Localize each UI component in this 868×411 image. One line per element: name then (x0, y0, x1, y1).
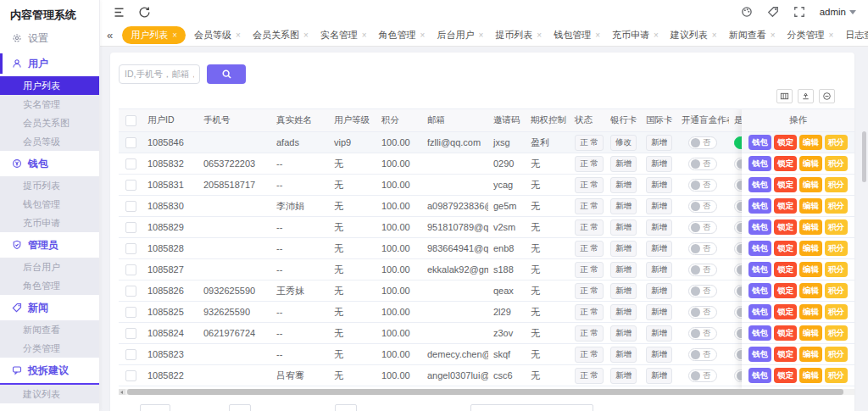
edit-button[interactable]: 编辑 (799, 283, 822, 298)
pagination-box[interactable] (335, 404, 357, 411)
edit-button[interactable]: 编辑 (799, 241, 822, 256)
points-button[interactable]: 积分 (825, 177, 848, 192)
sidebar-group-admins[interactable]: 管理员 (0, 232, 99, 258)
wallet-button[interactable]: 钱包 (748, 283, 771, 298)
wallet-button[interactable]: 钱包 (748, 241, 771, 256)
tab-close-icon[interactable]: × (362, 31, 367, 40)
edit-button[interactable]: 编辑 (799, 304, 822, 319)
lock-button[interactable]: 锁定 (774, 177, 797, 192)
tab-close-icon[interactable]: × (771, 31, 776, 40)
blindbox-toggle[interactable]: 否 (688, 200, 717, 213)
sidebar-group-news[interactable]: 新闻 (0, 295, 99, 320)
points-button[interactable]: 积分 (825, 262, 848, 277)
status-button[interactable]: 正 常 (575, 347, 604, 363)
sidebar-item-realname-manage[interactable]: 实名管理 (0, 95, 99, 114)
bank-card-button[interactable]: 新增 (610, 368, 637, 384)
wallet-button[interactable]: 钱包 (748, 135, 771, 150)
lock-button[interactable]: 锁定 (774, 347, 797, 362)
scroll-left-arrow[interactable] (119, 389, 125, 395)
row-checkbox[interactable] (125, 370, 136, 381)
pagination-box[interactable] (140, 404, 170, 411)
lock-button[interactable]: 锁定 (774, 368, 797, 383)
pagination-box[interactable] (470, 404, 593, 411)
export-icon[interactable] (798, 89, 814, 103)
sidebar-item-deposit-apply[interactable]: 充币申请 (0, 214, 99, 232)
bank-card-button[interactable]: 新增 (610, 262, 637, 278)
sidebar-item-backend-users[interactable]: 后台用户 (0, 258, 99, 276)
tab-close-icon[interactable]: × (654, 31, 659, 40)
row-checkbox[interactable] (125, 328, 136, 339)
intl-card-button[interactable]: 新增 (646, 198, 672, 214)
sidebar-group-wallet[interactable]: 钱包 (0, 151, 99, 176)
status-button[interactable]: 正 常 (575, 304, 604, 320)
intl-card-button[interactable]: 新增 (646, 262, 672, 278)
edit-button[interactable]: 编辑 (799, 325, 822, 341)
row-checkbox[interactable] (125, 307, 136, 318)
bank-card-button[interactable]: 新增 (610, 177, 637, 193)
scrollbar-thumb[interactable] (127, 389, 843, 395)
row-checkbox[interactable] (125, 349, 136, 360)
tab-close-icon[interactable]: × (420, 31, 426, 40)
tab-close-icon[interactable]: × (172, 31, 177, 40)
user-menu[interactable]: admin (820, 7, 856, 17)
status-button[interactable]: 正 常 (575, 156, 604, 172)
search-input[interactable] (119, 64, 200, 84)
lock-button[interactable]: 锁定 (774, 135, 797, 150)
horizontal-scrollbar[interactable] (119, 389, 854, 395)
wallet-button[interactable]: 钱包 (748, 368, 771, 383)
lock-button[interactable]: 锁定 (774, 156, 797, 171)
blindbox-toggle[interactable]: 否 (688, 242, 717, 255)
row-checkbox[interactable] (125, 264, 136, 275)
blindbox-toggle[interactable]: 否 (688, 158, 717, 170)
fullscreen-icon[interactable] (793, 6, 805, 18)
bank-card-button[interactable]: 新增 (610, 156, 637, 172)
intl-card-button[interactable]: 新增 (646, 283, 672, 299)
sidebar-item-withdraw-list[interactable]: 提币列表 (0, 176, 99, 195)
wallet-button[interactable]: 钱包 (748, 347, 771, 362)
bank-card-button[interactable]: 新增 (610, 198, 637, 214)
points-button[interactable]: 积分 (825, 325, 848, 341)
points-button[interactable]: 积分 (825, 135, 848, 150)
tab-1[interactable]: 会员等级× (188, 29, 247, 42)
theme-icon[interactable] (741, 6, 753, 18)
wallet-button[interactable]: 钱包 (748, 177, 771, 192)
edit-button[interactable]: 编辑 (799, 368, 822, 383)
bank-card-button[interactable]: 新增 (610, 241, 637, 257)
pagination-box[interactable] (229, 404, 251, 411)
edit-button[interactable]: 编辑 (799, 219, 822, 235)
lock-button[interactable]: 锁定 (774, 241, 797, 256)
intl-card-button[interactable]: 新增 (646, 325, 672, 342)
wallet-button[interactable]: 钱包 (748, 198, 771, 214)
lock-button[interactable]: 锁定 (774, 262, 797, 277)
columns-icon[interactable] (776, 89, 793, 103)
status-button[interactable]: 正 常 (575, 241, 604, 257)
wallet-button[interactable]: 钱包 (748, 156, 771, 171)
sidebar-item-user-list[interactable]: 用户列表 (0, 76, 99, 95)
tab-close-icon[interactable]: × (303, 31, 309, 40)
tab-3[interactable]: 实名管理× (314, 29, 373, 42)
status-button[interactable]: 正 常 (575, 135, 604, 151)
intl-card-button[interactable]: 新增 (646, 156, 672, 172)
blindbox-toggle[interactable]: 否 (688, 221, 717, 234)
tab-close-icon[interactable]: × (712, 31, 717, 40)
lock-button[interactable]: 锁定 (774, 304, 797, 319)
blindbox-toggle[interactable]: 否 (688, 285, 717, 297)
tabs-scroll-left-icon[interactable]: « (100, 29, 120, 42)
status-button[interactable]: 正 常 (575, 368, 604, 384)
intl-card-button[interactable]: 新增 (646, 347, 672, 363)
edit-button[interactable]: 编辑 (799, 135, 822, 150)
blindbox-toggle[interactable]: 否 (688, 369, 717, 382)
tab-close-icon[interactable]: × (236, 31, 241, 40)
row-checkbox[interactable] (125, 243, 136, 254)
wallet-button[interactable]: 钱包 (748, 325, 771, 341)
sidebar-item-wallet-manage[interactable]: 钱包管理 (0, 195, 99, 214)
blindbox-toggle[interactable]: 否 (688, 264, 717, 276)
sidebar-item-member-relations[interactable]: 会员关系图 (0, 114, 99, 132)
points-button[interactable]: 积分 (825, 198, 848, 214)
tab-6[interactable]: 提币列表× (489, 29, 548, 42)
select-all-checkbox[interactable] (125, 115, 136, 126)
sidebar-group-settings[interactable]: 设置 (0, 25, 99, 51)
wallet-button[interactable]: 钱包 (748, 262, 771, 277)
blindbox-toggle[interactable]: 否 (688, 327, 717, 340)
intl-card-button[interactable]: 新增 (646, 241, 672, 257)
